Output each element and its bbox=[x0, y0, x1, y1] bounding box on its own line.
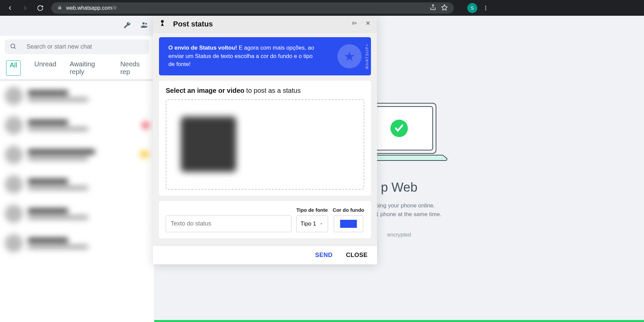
accent-bottom-bar bbox=[154, 320, 644, 322]
avatar-letter: S bbox=[471, 5, 474, 11]
filter-tabs: All Unread Awaiting reply Needs rep bbox=[0, 54, 154, 79]
bg-color-picker[interactable] bbox=[334, 215, 363, 232]
tab-all[interactable]: All bbox=[6, 60, 21, 76]
back-button[interactable] bbox=[5, 3, 15, 13]
reload-button[interactable] bbox=[35, 3, 45, 13]
media-select-card: Select an image or video to post as a st… bbox=[159, 81, 371, 196]
modal-header: Post status bbox=[153, 16, 377, 33]
profile-avatar[interactable]: S bbox=[467, 3, 477, 13]
kebab-menu-icon[interactable] bbox=[481, 3, 491, 13]
browser-toolbar: web.whatsapp.com/# S bbox=[0, 0, 644, 16]
pin-icon[interactable] bbox=[352, 20, 358, 28]
search-icon bbox=[10, 43, 16, 51]
tab-awaiting[interactable]: Awaiting reply bbox=[70, 60, 107, 76]
chat-sidebar: All Unread Awaiting reply Needs rep 💛 bbox=[0, 16, 154, 322]
media-select-title: Select an image or video to post as a st… bbox=[166, 87, 364, 94]
chat-item[interactable]: 💛 bbox=[0, 140, 154, 170]
chat-item[interactable] bbox=[0, 81, 154, 111]
banner-brand: WHATSUP+ bbox=[365, 44, 369, 69]
search-bar[interactable] bbox=[5, 39, 149, 54]
banner-star-icon: ★ bbox=[337, 44, 362, 68]
wa-web-title: p Web bbox=[381, 180, 417, 195]
wrench-icon[interactable] bbox=[123, 21, 131, 31]
chat-item[interactable] bbox=[0, 111, 154, 140]
modal-title: Post status bbox=[173, 20, 213, 28]
modal-app-icon bbox=[159, 20, 166, 28]
svg-point-2 bbox=[485, 9, 486, 10]
encrypted-note: encrypted bbox=[387, 232, 411, 238]
tab-needs-reply[interactable]: Needs rep bbox=[120, 60, 148, 76]
group-icon[interactable] bbox=[140, 20, 149, 31]
svg-point-0 bbox=[485, 6, 486, 7]
send-button[interactable]: SEND bbox=[315, 252, 332, 259]
close-icon[interactable] bbox=[365, 20, 371, 28]
share-icon[interactable] bbox=[430, 4, 436, 12]
font-type-value: Tipo 1 bbox=[301, 220, 316, 227]
bg-color-swatch bbox=[340, 220, 357, 228]
tab-unread[interactable]: Unread bbox=[34, 60, 56, 76]
media-thumbnail[interactable] bbox=[181, 117, 236, 172]
sidebar-header bbox=[0, 16, 154, 36]
chevron-down-icon bbox=[319, 222, 323, 226]
info-banner: O envio de Status voltou! E agora com ma… bbox=[159, 37, 371, 75]
post-status-modal: Post status O envio de Status voltou! E … bbox=[153, 16, 377, 264]
forward-button[interactable] bbox=[20, 3, 30, 13]
bg-color-label: Cor do fundo bbox=[333, 207, 364, 213]
url-path: /# bbox=[112, 5, 116, 11]
chat-item[interactable] bbox=[0, 199, 154, 229]
svg-point-4 bbox=[145, 23, 147, 24]
media-dropzone[interactable] bbox=[166, 99, 364, 190]
svg-point-5 bbox=[11, 44, 15, 48]
chat-list: 💛 bbox=[0, 81, 154, 322]
font-type-label: Tipo de fonte bbox=[296, 207, 328, 213]
lock-icon bbox=[57, 5, 62, 11]
chat-item[interactable] bbox=[0, 170, 154, 199]
status-text-input[interactable] bbox=[166, 215, 291, 232]
address-bar[interactable]: web.whatsapp.com/# bbox=[51, 2, 454, 14]
svg-point-3 bbox=[143, 22, 145, 24]
svg-point-9 bbox=[161, 20, 164, 23]
status-options-card: Tipo de fonte Tipo 1 Cor do fundo bbox=[159, 201, 371, 238]
bookmark-star-icon[interactable] bbox=[441, 4, 448, 12]
search-input[interactable] bbox=[26, 43, 144, 50]
font-type-select[interactable]: Tipo 1 bbox=[296, 215, 328, 232]
banner-text: O envio de Status voltou! E agora com ma… bbox=[168, 44, 316, 69]
close-button[interactable]: CLOSE bbox=[346, 252, 368, 259]
chat-item[interactable] bbox=[0, 229, 154, 258]
url-domain: web.whatsapp.com bbox=[66, 5, 112, 11]
svg-point-1 bbox=[485, 7, 486, 8]
modal-footer: SEND CLOSE bbox=[153, 246, 377, 264]
